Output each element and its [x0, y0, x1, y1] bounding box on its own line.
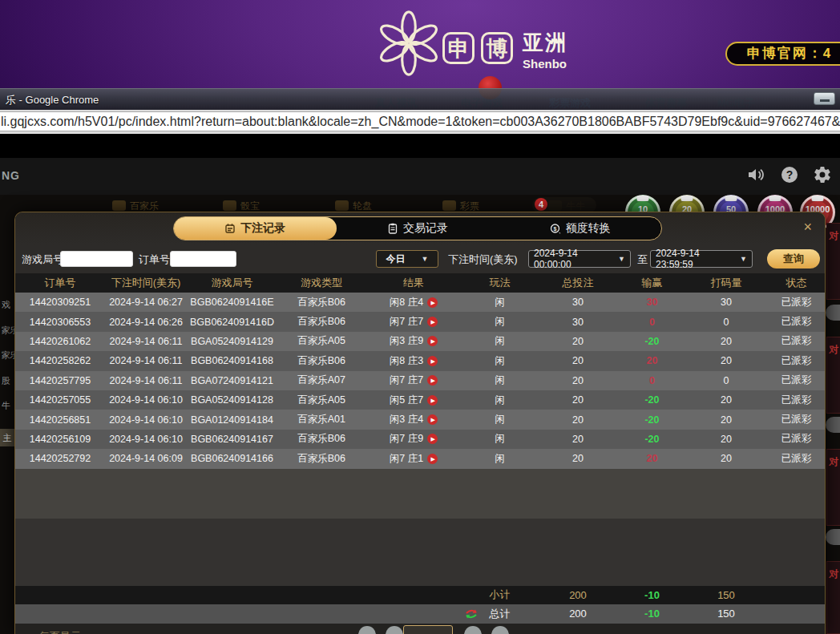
- result-text: 闲7 庄1: [390, 452, 423, 466]
- grand-total-win: -10: [618, 608, 686, 620]
- replay-play-icon[interactable]: ▶: [427, 317, 438, 327]
- order-input[interactable]: [170, 251, 236, 267]
- subtotal-row: 小计 200 -10 150: [15, 586, 825, 604]
- column-header: 游戏类型: [277, 276, 365, 290]
- edge-button-fragment: [826, 417, 840, 433]
- svg-text:?: ?: [786, 168, 794, 181]
- table-row[interactable]: 14420252792 2024-9-14 06:09 BGB062409141…: [15, 449, 825, 468]
- cell-turnover: 20: [686, 336, 766, 347]
- table-row[interactable]: 14420258262 2024-9-14 06:11 BGB062409141…: [15, 351, 825, 370]
- chevron-down-icon: ▼: [422, 255, 429, 263]
- close-icon[interactable]: ×: [803, 220, 812, 234]
- cell-order-id: 14420261062: [15, 336, 105, 347]
- table-row[interactable]: 14420309251 2024-9-14 06:27 BGB062409141…: [15, 293, 825, 312]
- pagination-button[interactable]: [491, 626, 509, 634]
- result-text: 闲7 庄9: [390, 432, 423, 446]
- cell-round-id: BGA07240914121: [187, 375, 277, 386]
- tab-label: 额度转换: [566, 221, 611, 236]
- game-round-label: 游戏局号: [22, 252, 63, 267]
- result-text: 闲3 庄4: [390, 413, 423, 426]
- cell-play-type: 闲: [462, 452, 538, 466]
- column-header: 游戏局号: [187, 276, 277, 290]
- cell-status: 已派彩: [766, 334, 826, 348]
- column-header: 打码量: [686, 276, 766, 290]
- table-row[interactable]: 14420261062 2024-9-14 06:11 BGA052409141…: [15, 332, 825, 351]
- tab-bet-records[interactable]: 下注记录: [174, 217, 337, 240]
- page-size-note: 每页显示: [39, 629, 81, 634]
- replay-play-icon[interactable]: ▶: [427, 356, 438, 366]
- table-edge-panel: 对: [826, 561, 840, 634]
- cell-round-id: BGB0624091416D: [187, 317, 277, 328]
- cell-play-type: 闲: [462, 394, 538, 407]
- pagination-button[interactable]: [358, 626, 376, 634]
- replay-play-icon[interactable]: ▶: [427, 434, 438, 444]
- official-site-badge[interactable]: 申博官网：4: [725, 42, 840, 66]
- black-strip: [0, 134, 840, 158]
- replay-play-icon[interactable]: ▶: [427, 375, 438, 386]
- cell-round-id: BGA01240914184: [187, 414, 277, 426]
- tab-transaction-records[interactable]: 交易记录: [337, 217, 499, 240]
- url-field[interactable]: li.gqjcxs.com/h5V01/pc/index.html?return…: [0, 111, 840, 131]
- range-select[interactable]: 今日 ▼: [376, 250, 438, 268]
- grand-total-total: 200: [538, 608, 618, 620]
- sidebar-fragment-active: 主: [0, 429, 14, 446]
- pagination-button[interactable]: [464, 626, 482, 634]
- cell-round-id: BGB06240914167: [187, 434, 277, 445]
- table-row[interactable]: 14420257055 2024-9-14 06:10 BGA052409141…: [15, 390, 825, 410]
- to-label: 至: [637, 252, 648, 267]
- browser-titlebar: 乐 - Google Chrome: [0, 88, 840, 110]
- replay-play-icon[interactable]: ▶: [427, 454, 438, 464]
- cell-play-type: 闲: [462, 374, 538, 387]
- table-row[interactable]: 14420256851 2024-9-14 06:10 BGA012409141…: [15, 410, 825, 429]
- cell-bet-time: 2024-9-14 06:10: [105, 414, 187, 426]
- table-empty-area-lower: [15, 519, 825, 586]
- cell-win-loss: -20: [618, 434, 686, 445]
- sidebar-fragment: 牛: [2, 400, 15, 412]
- cell-win-loss: -20: [618, 394, 686, 406]
- cell-bet-time: 2024-9-14 06:10: [105, 434, 187, 445]
- replay-play-icon[interactable]: ▶: [427, 395, 438, 406]
- to-datetime-select[interactable]: 2024-9-14 23:59:59 ▼: [650, 250, 753, 268]
- table-row[interactable]: 14420257795 2024-9-14 06:11 BGA072409141…: [15, 371, 825, 390]
- chevron-down-icon: ▼: [740, 255, 747, 263]
- cell-result: 闲8 庄4 ▶: [365, 296, 462, 309]
- replay-play-icon[interactable]: ▶: [427, 297, 438, 308]
- subtotal-label: 小计: [462, 588, 538, 602]
- cell-result: 闲7 庄7 ▶: [365, 315, 462, 329]
- result-text: 闲8 庄3: [390, 354, 423, 368]
- cell-game-type: 百家乐B06: [277, 296, 365, 309]
- page-number-box[interactable]: [403, 625, 453, 634]
- grand-total-turnover: 150: [686, 608, 766, 620]
- cell-status: 已派彩: [766, 374, 826, 387]
- cell-turnover: 20: [686, 394, 766, 406]
- table-row[interactable]: 14420306553 2024-9-14 06:26 BGB062409141…: [15, 312, 825, 331]
- result-text: 闲5 庄7: [390, 394, 423, 407]
- settings-gear-icon[interactable]: [813, 165, 832, 184]
- sound-icon[interactable]: [746, 165, 765, 184]
- brand-char-2: 博: [481, 32, 513, 64]
- from-datetime-select[interactable]: 2024-9-14 00:00:00 ▼: [528, 250, 631, 268]
- refresh-swap-icon[interactable]: [464, 608, 479, 620]
- cell-game-type: 百家乐A05: [277, 334, 365, 348]
- game-logo-fragment: NG: [2, 169, 20, 182]
- pagination-button[interactable]: [386, 626, 403, 634]
- game-round-input[interactable]: [60, 251, 133, 267]
- cell-win-loss: 0: [618, 375, 686, 386]
- subtotal-win: -10: [618, 589, 686, 601]
- cell-total-bet: 30: [538, 297, 618, 308]
- replay-play-icon[interactable]: ▶: [427, 414, 438, 425]
- help-icon[interactable]: ?: [780, 165, 799, 184]
- result-text: 闲7 庄7: [390, 315, 423, 329]
- replay-play-icon[interactable]: ▶: [427, 336, 438, 346]
- search-button[interactable]: 查询: [767, 249, 820, 269]
- table-edge-panel: 对: [826, 449, 840, 526]
- cell-order-id: 14420309251: [15, 297, 105, 308]
- cell-total-bet: 30: [538, 317, 618, 328]
- bet-records-modal: 下注记录 交易记录 $ 额度转换 ×: [14, 212, 826, 634]
- tab-quota-transfer[interactable]: $ 额度转换: [499, 217, 661, 240]
- column-header: 订单号: [15, 276, 105, 290]
- table-row[interactable]: 14420256109 2024-9-14 06:10 BGB062409141…: [15, 430, 825, 449]
- cell-status: 已派彩: [766, 432, 826, 446]
- minimize-button[interactable]: [814, 92, 835, 105]
- column-header: 状态: [766, 276, 826, 290]
